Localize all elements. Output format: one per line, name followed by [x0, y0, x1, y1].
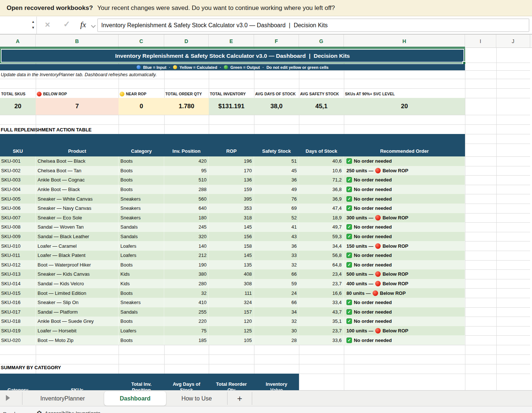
cell-rop[interactable]: 136: [209, 175, 254, 185]
table-row[interactable]: SKU-017Sandal — PlatformSandals255157344…: [0, 307, 465, 317]
cell-safety-stock[interactable]: 45: [254, 166, 299, 176]
cell-days-of-stock[interactable]: 33,6: [299, 335, 344, 345]
cell-inv-position[interactable]: 185: [164, 335, 209, 345]
cell-safety-stock[interactable]: 32: [254, 260, 299, 270]
cell-recommended-order[interactable]: 100 units —Below ROP: [344, 326, 465, 336]
table-row[interactable]: SKU-002Chelsea Boot — TanBoots951704510,…: [0, 166, 465, 176]
cell-safety-stock[interactable]: 59: [254, 279, 299, 289]
table-row[interactable]: SKU-011Loafer — Black PatentLoafers21214…: [0, 251, 465, 260]
cell-safety-stock[interactable]: 51: [254, 156, 299, 166]
cell-inv-position[interactable]: 640: [164, 204, 209, 213]
cell-sku[interactable]: SKU-001: [0, 156, 36, 166]
cell-product[interactable]: Sandal — Woven Tan: [36, 222, 119, 232]
cell-recommended-order[interactable]: ✓No order needed: [344, 232, 465, 241]
kpi-value[interactable]: 38,0: [254, 98, 299, 115]
cell-rop[interactable]: 125: [209, 326, 254, 336]
column-header-G[interactable]: G: [299, 35, 344, 47]
kpi-value[interactable]: 1.780: [164, 98, 209, 115]
cell-days-of-stock[interactable]: 71,2: [299, 175, 344, 185]
cell-days-of-stock[interactable]: 47,4: [299, 204, 344, 213]
column-header-B[interactable]: B: [36, 35, 119, 47]
cell-safety-stock[interactable]: 41: [254, 222, 299, 232]
cell-sku[interactable]: SKU-004: [0, 185, 36, 194]
cell-inv-position[interactable]: 510: [164, 175, 209, 185]
cell-sku[interactable]: SKU-005: [0, 194, 36, 204]
cell-safety-stock[interactable]: 32: [254, 317, 299, 326]
cell-sku[interactable]: SKU-013: [0, 269, 36, 279]
cell-product[interactable]: Sneaker — Navy Canvas: [36, 204, 119, 213]
cell-category[interactable]: Sneakers: [119, 213, 164, 223]
cell-sku[interactable]: SKU-015: [0, 288, 36, 298]
cancel-icon[interactable]: ×: [45, 20, 50, 30]
cell-days-of-stock[interactable]: 36,8: [299, 185, 344, 194]
cell-days-of-stock[interactable]: 34,4: [299, 241, 344, 251]
cell-product[interactable]: Sandal — Platform: [36, 307, 119, 317]
tab-dashboard-active[interactable]: Dashboard: [104, 391, 166, 406]
cell-recommended-order[interactable]: ✓No order needed: [344, 307, 465, 317]
cell-category[interactable]: Boots: [119, 288, 164, 298]
add-sheet-button[interactable]: +: [232, 391, 247, 406]
fx-icon[interactable]: fx: [80, 20, 86, 29]
cell-product[interactable]: Loafer — Horsebit: [36, 326, 119, 336]
cell-rop[interactable]: 308: [209, 279, 254, 289]
table-row[interactable]: SKU-006Sneaker — Navy CanvasSneakers6403…: [0, 204, 465, 213]
cell-inv-position[interactable]: 140: [164, 241, 209, 251]
cell-category[interactable]: Boots: [119, 175, 164, 185]
cell-category[interactable]: Sneakers: [119, 298, 164, 307]
kpi-value[interactable]: 0: [119, 98, 164, 115]
cell-days-of-stock[interactable]: 59,3: [299, 232, 344, 241]
cell-product[interactable]: Ankle Boot — Black: [36, 185, 119, 194]
cell-recommended-order[interactable]: ✓No order needed: [344, 260, 465, 270]
cell-safety-stock[interactable]: 66: [254, 298, 299, 307]
cell-recommended-order[interactable]: 500 units —Below ROP: [344, 269, 465, 279]
cell-inv-position[interactable]: 288: [164, 185, 209, 194]
cell-rop[interactable]: 135: [209, 260, 254, 270]
cell-inv-position[interactable]: 280: [164, 279, 209, 289]
cell-sku[interactable]: SKU-007: [0, 213, 36, 223]
cell-inv-position[interactable]: 75: [164, 326, 209, 336]
cell-safety-stock[interactable]: 33: [254, 251, 299, 260]
cell-days-of-stock[interactable]: 49,7: [299, 222, 344, 232]
cell-inv-position[interactable]: 190: [164, 260, 209, 270]
cell-inv-position[interactable]: 220: [164, 317, 209, 326]
cell-safety-stock[interactable]: 66: [254, 269, 299, 279]
cell-days-of-stock[interactable]: 36,9: [299, 194, 344, 204]
kpi-value[interactable]: 45,1: [299, 98, 344, 115]
cell-inv-position[interactable]: 410: [164, 298, 209, 307]
cell-recommended-order[interactable]: ✓No order needed: [344, 175, 465, 185]
cell-sku[interactable]: SKU-018: [0, 317, 36, 326]
table-row[interactable]: SKU-019Loafer — HorsebitLoafers751253023…: [0, 326, 465, 336]
cell-rop[interactable]: 324: [209, 298, 254, 307]
cell-category[interactable]: Loafers: [119, 326, 164, 336]
cell-recommended-order[interactable]: 300 units —Below ROP: [344, 213, 465, 223]
cell-sku[interactable]: SKU-002: [0, 166, 36, 176]
cell-safety-stock[interactable]: 76: [254, 194, 299, 204]
cell-safety-stock[interactable]: 34: [254, 307, 299, 317]
cell-recommended-order[interactable]: 150 units —Below ROP: [344, 241, 465, 251]
cell-rop[interactable]: 120: [209, 317, 254, 326]
chevron-down-icon[interactable]: [91, 23, 96, 28]
name-box[interactable]: [0, 17, 37, 34]
cell-product[interactable]: Chelsea Boot — Tan: [36, 166, 119, 176]
cell-product[interactable]: Sneaker — Kids Canvas: [36, 269, 119, 279]
cell-recommended-order[interactable]: 80 units —Below ROP: [344, 288, 465, 298]
cell-sku[interactable]: SKU-012: [0, 260, 36, 270]
cell-rop[interactable]: 170: [209, 166, 254, 176]
cell-inv-position[interactable]: 380: [164, 269, 209, 279]
sheet-grid[interactable]: Inventory Replenishment & Safety Stock C…: [0, 48, 532, 390]
table-row[interactable]: SKU-012Boot — Waterproof HikerBoots19013…: [0, 260, 465, 270]
cell-days-of-stock[interactable]: 43,7: [299, 307, 344, 317]
cell-inv-position[interactable]: 95: [164, 166, 209, 176]
cell-category[interactable]: Sandals: [119, 232, 164, 241]
cell-rop[interactable]: 145: [209, 222, 254, 232]
name-box-up-icon[interactable]: ▲: [31, 20, 36, 24]
cell-rop[interactable]: 318: [209, 213, 254, 223]
cell-days-of-stock[interactable]: 16,6: [299, 288, 344, 298]
cell-days-of-stock[interactable]: 56,8: [299, 251, 344, 260]
cell-category[interactable]: Boots: [119, 335, 164, 345]
cell-inv-position[interactable]: 320: [164, 232, 209, 241]
cell-rop[interactable]: 157: [209, 307, 254, 317]
table-row[interactable]: SKU-014Sandal — Kids VelcroKids280308592…: [0, 279, 465, 289]
cell-sku[interactable]: SKU-014: [0, 279, 36, 289]
column-header-E[interactable]: E: [209, 35, 254, 47]
